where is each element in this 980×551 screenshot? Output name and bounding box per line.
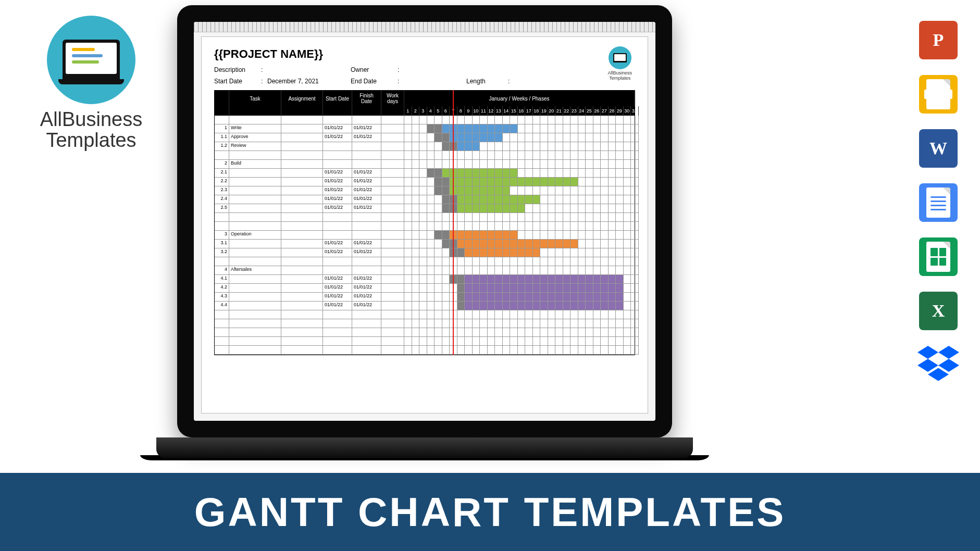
document-screen: + AllBusiness Templates {{PROJECT NAME}}… bbox=[194, 22, 655, 421]
day-col-14: 14 bbox=[503, 106, 511, 116]
label-description: Description bbox=[214, 66, 261, 73]
day-col-5: 5 bbox=[435, 106, 442, 116]
dropbox-icon[interactable] bbox=[917, 346, 959, 382]
gantt-chart: Task Assignment Start Date Finish Date W… bbox=[214, 90, 635, 355]
value-length bbox=[514, 78, 545, 85]
day-col-20: 20 bbox=[548, 106, 556, 116]
day-col-1: 1 bbox=[404, 106, 412, 116]
brand-block: AllBusiness Templates bbox=[31, 16, 151, 151]
gantt-row bbox=[215, 257, 635, 266]
day-col-3: 3 bbox=[419, 106, 427, 116]
day-col-24: 24 bbox=[578, 106, 586, 116]
day-col-26: 26 bbox=[593, 106, 601, 116]
svg-marker-0 bbox=[917, 346, 938, 359]
google-docs-icon[interactable] bbox=[919, 183, 958, 222]
document-page: AllBusiness Templates {{PROJECT NAME}} D… bbox=[201, 36, 648, 414]
day-col-6: 6 bbox=[442, 106, 450, 116]
col-finish: Finish Date bbox=[352, 91, 381, 106]
day-col-27: 27 bbox=[601, 106, 609, 116]
gantt-row: 3.101/01/2201/01/22 bbox=[215, 240, 635, 248]
day-col-13: 13 bbox=[495, 106, 503, 116]
label-end-date: End Date bbox=[351, 78, 398, 85]
gantt-row: 2Build bbox=[215, 160, 635, 169]
day-col-28: 28 bbox=[609, 106, 616, 116]
project-name: {{PROJECT NAME}} bbox=[214, 47, 635, 61]
gantt-row: 1.2Review bbox=[215, 142, 635, 151]
day-col-10: 10 bbox=[473, 106, 480, 116]
day-col-18: 18 bbox=[533, 106, 541, 116]
day-col-19: 19 bbox=[540, 106, 548, 116]
col-start: Start Date bbox=[323, 91, 352, 106]
banner-title: GANTT CHART TEMPLATES bbox=[194, 489, 786, 536]
day-col-23: 23 bbox=[570, 106, 578, 116]
value-description bbox=[267, 66, 351, 73]
day-col-17: 17 bbox=[525, 106, 533, 116]
gantt-header-days: 1234567891011121314151617181920212223242… bbox=[215, 106, 635, 116]
col-task: Task bbox=[229, 91, 281, 106]
project-meta: Description: Owner: Start Date:December … bbox=[214, 66, 635, 85]
col-assignment: Assignment bbox=[281, 91, 323, 106]
gantt-row bbox=[215, 222, 635, 231]
gantt-body: 1Write01/01/2201/01/221.1Approve01/01/22… bbox=[215, 116, 635, 355]
day-col-30: 30 bbox=[624, 106, 631, 116]
gantt-row: 2.301/01/2201/01/22 bbox=[215, 186, 635, 195]
gantt-row bbox=[215, 346, 635, 355]
gantt-row: 2.201/01/2201/01/22 bbox=[215, 178, 635, 186]
format-icon-strip: P W X bbox=[917, 21, 959, 382]
gantt-row: 1.1Approve01/01/2201/01/22 bbox=[215, 133, 635, 142]
laptop-mockup: + AllBusiness Templates {{PROJECT NAME}}… bbox=[156, 5, 693, 474]
gantt-row: 4.201/01/2201/01/22 bbox=[215, 284, 635, 293]
bottom-banner: GANTT CHART TEMPLATES bbox=[0, 473, 980, 551]
gantt-row: 2.401/01/2201/01/22 bbox=[215, 195, 635, 204]
label-start-date: Start Date bbox=[214, 78, 261, 85]
gantt-row bbox=[215, 319, 635, 328]
day-col-25: 25 bbox=[586, 106, 593, 116]
gantt-row bbox=[215, 213, 635, 222]
value-start-date: December 7, 2021 bbox=[267, 78, 351, 85]
day-col-12: 12 bbox=[488, 106, 495, 116]
day-col-15: 15 bbox=[510, 106, 518, 116]
ruler bbox=[194, 22, 655, 32]
gantt-row: 4.301/01/2201/01/22 bbox=[215, 293, 635, 302]
day-col-2: 2 bbox=[412, 106, 420, 116]
gantt-row: 4Aftersales bbox=[215, 266, 635, 275]
doc-corner-logo-icon: AllBusiness Templates bbox=[607, 46, 632, 81]
gantt-row: 3Operation bbox=[215, 231, 635, 240]
gantt-row: 2.101/01/2201/01/22 bbox=[215, 169, 635, 178]
gantt-header-top: Task Assignment Start Date Finish Date W… bbox=[215, 91, 635, 106]
day-col-31: 31 bbox=[631, 106, 639, 116]
day-col-21: 21 bbox=[555, 106, 563, 116]
brand-logo-icon bbox=[47, 16, 135, 104]
svg-marker-1 bbox=[938, 346, 959, 359]
gantt-row: 1Write01/01/2201/01/22 bbox=[215, 124, 635, 133]
day-col-22: 22 bbox=[563, 106, 571, 116]
brand-title: AllBusiness Templates bbox=[31, 109, 151, 151]
gantt-row: 2.501/01/2201/01/22 bbox=[215, 204, 635, 213]
day-col-8: 8 bbox=[457, 106, 465, 116]
gantt-row bbox=[215, 337, 635, 346]
gantt-row bbox=[215, 328, 635, 337]
gantt-row: 4.401/01/2201/01/22 bbox=[215, 302, 635, 310]
day-col-11: 11 bbox=[480, 106, 488, 116]
timeline-title: January / Weeks / Phases bbox=[404, 91, 635, 106]
gantt-row bbox=[215, 151, 635, 160]
today-marker bbox=[453, 90, 454, 355]
value-owner bbox=[404, 66, 466, 73]
day-col-9: 9 bbox=[465, 106, 473, 116]
col-work: Work days bbox=[381, 91, 404, 106]
value-end-date bbox=[404, 78, 466, 85]
day-col-16: 16 bbox=[518, 106, 526, 116]
gantt-row bbox=[215, 116, 635, 124]
day-col-29: 29 bbox=[616, 106, 624, 116]
excel-icon[interactable]: X bbox=[919, 292, 958, 330]
word-icon[interactable]: W bbox=[919, 129, 958, 168]
gantt-row bbox=[215, 310, 635, 319]
gantt-row: 3.201/01/2201/01/22 bbox=[215, 248, 635, 257]
gantt-row: 4.101/01/2201/01/22 bbox=[215, 275, 635, 284]
google-slides-icon[interactable] bbox=[919, 75, 958, 114]
label-owner: Owner bbox=[351, 66, 398, 73]
label-length: Length bbox=[466, 78, 508, 85]
google-sheets-icon[interactable] bbox=[919, 237, 958, 276]
powerpoint-icon[interactable]: P bbox=[919, 21, 958, 59]
day-col-4: 4 bbox=[427, 106, 435, 116]
